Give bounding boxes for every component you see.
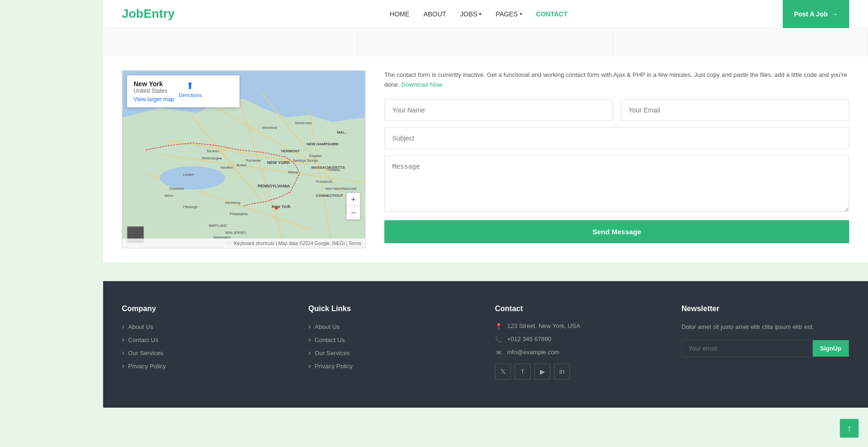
svg-text:Akron: Akron bbox=[165, 194, 173, 197]
map-zoom-out[interactable]: − bbox=[347, 206, 360, 219]
svg-text:Montreal: Montreal bbox=[262, 126, 277, 130]
footer-email: ✉ info@example.com bbox=[495, 349, 663, 356]
name-input[interactable] bbox=[384, 99, 613, 121]
footer-company-col: Company About Us Contact Us Our Services… bbox=[122, 305, 290, 380]
svg-text:VERMONT: VERMONT bbox=[281, 149, 300, 153]
directions-icon: ⬆ bbox=[186, 80, 194, 91]
contact-form: The contact form is currently inactive. … bbox=[384, 70, 849, 248]
nav-contact[interactable]: CONTACT bbox=[536, 10, 568, 18]
footer-address: 📍 123 Street, New York, USA bbox=[495, 322, 663, 330]
footer-newsletter-title: Newsletter bbox=[681, 305, 849, 313]
newsletter-email-input[interactable] bbox=[682, 340, 813, 357]
footer-email-text: info@example.com bbox=[507, 349, 559, 356]
left-sidebar bbox=[0, 0, 103, 447]
subject-input[interactable] bbox=[384, 127, 849, 149]
svg-text:Pittsburgh: Pittsburgh bbox=[183, 205, 198, 209]
content-section: New York United States View larger map ⬆… bbox=[103, 56, 868, 262]
message-input[interactable] bbox=[384, 156, 849, 212]
send-message-button[interactable]: Send Message bbox=[384, 220, 849, 243]
footer: Company About Us Contact Us Our Services… bbox=[103, 281, 868, 408]
svg-text:Sherbrooke: Sherbrooke bbox=[295, 121, 312, 125]
top-strip-item-2 bbox=[358, 28, 613, 56]
footer-quicklinks-col: Quick Links About Us Contact Us Our Serv… bbox=[308, 305, 476, 380]
footer-ql-services[interactable]: Our Services bbox=[308, 349, 476, 357]
svg-text:PENNSYLVANIA: PENNSYLVANIA bbox=[258, 184, 290, 188]
phone-icon: 📞 bbox=[495, 336, 502, 343]
svg-text:Buffalo: Buffalo bbox=[237, 164, 247, 167]
map-directions[interactable]: ⬆ Directions bbox=[179, 80, 202, 98]
svg-text:Mississauga●: Mississauga● bbox=[202, 156, 221, 160]
svg-text:Albany: Albany bbox=[288, 171, 299, 174]
nav-about[interactable]: ABOUT bbox=[424, 10, 446, 18]
svg-text:New Haven: New Haven bbox=[325, 187, 342, 190]
download-now-link[interactable]: Download Now. bbox=[401, 81, 443, 88]
map-attribution: Keyboard shortcuts | Map data ©2024 Goog… bbox=[122, 238, 365, 248]
svg-text:Toronto: Toronto bbox=[206, 149, 219, 153]
footer-quicklinks-title: Quick Links bbox=[308, 305, 476, 313]
footer-newsletter-col: Newsletter Dolor amet sit justo amet eli… bbox=[681, 305, 849, 380]
svg-text:Saratoga Springs: Saratoga Springs bbox=[292, 159, 318, 163]
linkedin-icon[interactable]: in bbox=[554, 364, 570, 380]
footer-contact-title: Contact bbox=[495, 305, 663, 313]
email-icon: ✉ bbox=[495, 349, 502, 356]
nav-home[interactable]: HOME bbox=[390, 10, 410, 18]
footer-company-about[interactable]: About Us bbox=[122, 322, 290, 331]
svg-text:NEW YORK: NEW YORK bbox=[267, 160, 291, 165]
svg-text:Providence: Providence bbox=[316, 180, 332, 183]
svg-text:Nantucket: Nantucket bbox=[342, 187, 356, 190]
svg-text:Cleveland: Cleveland bbox=[169, 187, 184, 190]
map-zoom-in[interactable]: + bbox=[347, 193, 360, 206]
logo[interactable]: JobEntry bbox=[122, 7, 175, 21]
footer-ql-privacy[interactable]: Privacy Policy bbox=[308, 362, 476, 370]
svg-text:Hamilton: Hamilton bbox=[220, 166, 233, 169]
post-job-button[interactable]: Post A Job bbox=[783, 0, 849, 28]
view-larger-map-link[interactable]: View larger map bbox=[134, 96, 174, 103]
footer-phone: 📞 +012 345 67890 bbox=[495, 335, 663, 343]
nav-jobs[interactable]: JOBS bbox=[460, 10, 482, 18]
map-tooltip: New York United States View larger map ⬆… bbox=[127, 75, 239, 107]
footer-ql-contact[interactable]: Contact Us bbox=[308, 335, 476, 344]
header: JobEntry HOME ABOUT JOBS PAGES CONTACT P… bbox=[103, 0, 868, 28]
footer-ql-about[interactable]: About Us bbox=[308, 322, 476, 331]
email-input[interactable] bbox=[621, 99, 849, 121]
twitter-icon[interactable]: 𝕏 bbox=[495, 364, 511, 380]
footer-company-contact[interactable]: Contact Us bbox=[122, 335, 290, 344]
footer-address-text: 123 Street, New York, USA bbox=[507, 322, 580, 329]
svg-text:NEW HAMPSHIRE: NEW HAMPSHIRE bbox=[307, 142, 338, 146]
newsletter-signup-button[interactable]: SignUp bbox=[813, 340, 849, 357]
map-city: New York bbox=[134, 80, 174, 88]
newsletter-form: SignUp bbox=[681, 340, 849, 357]
svg-text:CONNECTICUT: CONNECTICUT bbox=[316, 194, 343, 198]
map-tooltip-text: New York United States View larger map bbox=[134, 80, 174, 103]
map-container: New York United States View larger map ⬆… bbox=[122, 70, 366, 248]
svg-text:MAI...: MAI... bbox=[337, 130, 347, 134]
top-strip-item-1 bbox=[103, 28, 358, 56]
svg-point-10 bbox=[160, 166, 225, 190]
youtube-icon[interactable]: ▶ bbox=[534, 364, 550, 380]
footer-phone-text: +012 345 67890 bbox=[507, 335, 551, 343]
directions-label: Directions bbox=[179, 92, 202, 98]
footer-company-privacy[interactable]: Privacy Policy bbox=[122, 362, 290, 370]
facebook-icon[interactable]: f bbox=[515, 364, 531, 380]
svg-text:Rochester: Rochester bbox=[246, 159, 261, 162]
scroll-top-button[interactable]: ↑ bbox=[840, 419, 859, 438]
nav: HOME ABOUT JOBS PAGES CONTACT bbox=[390, 10, 568, 18]
newsletter-desc: Dolor amet sit justo amet elitr clita ip… bbox=[681, 322, 849, 332]
nav-pages[interactable]: PAGES bbox=[495, 10, 522, 18]
location-icon: 📍 bbox=[495, 323, 502, 330]
footer-grid: Company About Us Contact Us Our Services… bbox=[122, 305, 849, 380]
svg-text:Kingston: Kingston bbox=[309, 154, 322, 158]
footer-company-title: Company bbox=[122, 305, 290, 313]
footer-company-services[interactable]: Our Services bbox=[122, 349, 290, 357]
map-attribution-text: Keyboard shortcuts | Map data ©2024 Goog… bbox=[234, 241, 361, 246]
svg-text:Philadelphia: Philadelphia bbox=[230, 212, 247, 216]
social-icons: 𝕏 f ▶ in bbox=[495, 364, 663, 380]
top-strip bbox=[103, 28, 868, 56]
svg-text:London: London bbox=[183, 173, 194, 176]
svg-text:Harrisburg: Harrisburg bbox=[225, 201, 240, 205]
svg-text:Portland: Portland bbox=[328, 168, 340, 171]
footer-contact-col: Contact 📍 123 Street, New York, USA 📞 +0… bbox=[495, 305, 663, 380]
map-country: United States bbox=[134, 88, 174, 94]
svg-text:NEW JERSEY: NEW JERSEY bbox=[225, 231, 247, 234]
form-notice: The contact form is currently inactive. … bbox=[384, 70, 849, 90]
